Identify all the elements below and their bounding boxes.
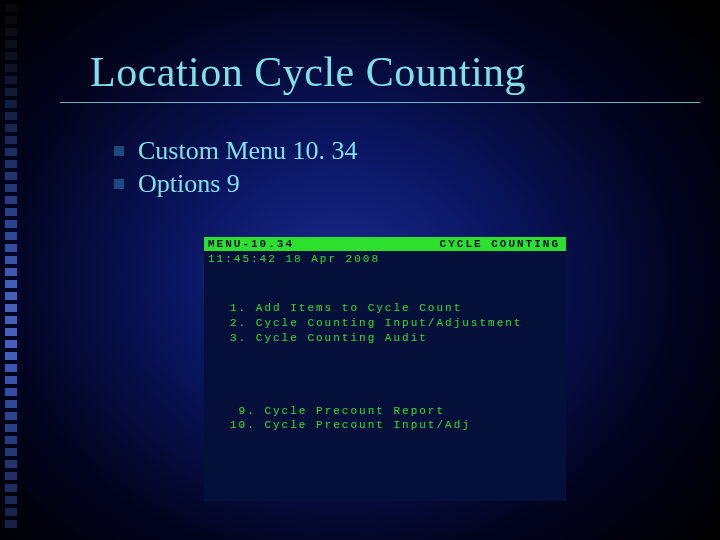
slide-title: Location Cycle Counting: [90, 48, 660, 96]
slide-content: Location Cycle Counting Custom Menu 10. …: [0, 0, 720, 540]
terminal-menu-line: 2. Cycle Counting Input/Adjustment: [230, 316, 566, 331]
terminal-menu-line: 10. Cycle Precount Input/Adj: [230, 418, 566, 433]
bullet-list: Custom Menu 10. 34 Options 9: [114, 135, 660, 200]
terminal-menu-id: MENU-10.34: [208, 238, 294, 250]
title-divider: [60, 102, 700, 103]
terminal-menu-line: 9. Cycle Precount Report: [230, 404, 566, 419]
terminal-timestamp: 11:45:42 18 Apr 2008: [204, 251, 566, 267]
bullet-item: Custom Menu 10. 34: [114, 135, 660, 168]
terminal-header: MENU-10.34 CYCLE COUNTING: [204, 237, 566, 251]
terminal-menu-line: 3. Cycle Counting Audit: [230, 331, 566, 346]
terminal-body: 1. Add Items to Cycle Count 2. Cycle Cou…: [204, 267, 566, 433]
terminal-screenshot: MENU-10.34 CYCLE COUNTING 11:45:42 18 Ap…: [204, 237, 566, 501]
terminal-screen-title: CYCLE COUNTING: [440, 238, 560, 250]
terminal-gap: [230, 346, 566, 404]
terminal-menu-line: 1. Add Items to Cycle Count: [230, 301, 566, 316]
bullet-item: Options 9: [114, 168, 660, 201]
